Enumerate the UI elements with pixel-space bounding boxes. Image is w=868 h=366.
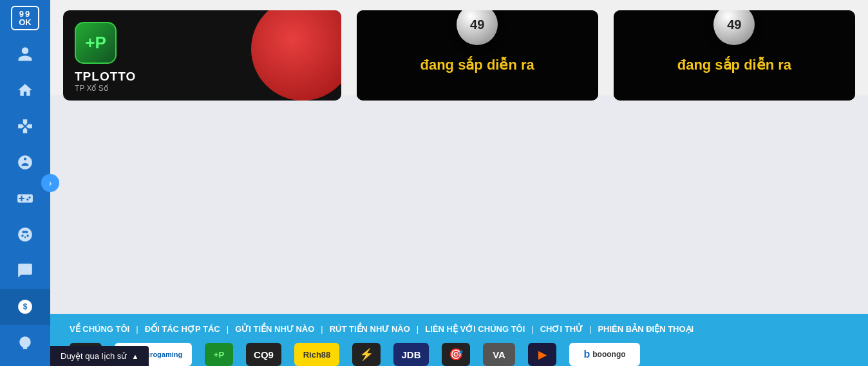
- svg-text:$: $: [23, 302, 28, 311]
- sidebar-item-user[interactable]: [0, 36, 50, 72]
- brand-rich88[interactable]: Rich88: [294, 343, 339, 366]
- tplotto-title: TPLOTTO: [75, 70, 136, 84]
- footer: VỀ CHÚNG TÔI | ĐỐI TÁC HỢP TÁC | GỬI TIỀ…: [50, 314, 868, 366]
- history-toast-label: Duyệt qua lịch sử: [61, 351, 126, 361]
- tplotto-subtitle: TP Xổ Số: [75, 84, 136, 93]
- footer-link-about[interactable]: VỀ CHÚNG TÔI: [70, 324, 129, 334]
- brand-play[interactable]: ▶: [528, 343, 556, 366]
- brand-plusp[interactable]: +P: [205, 343, 233, 366]
- brand-va[interactable]: VA: [483, 343, 515, 366]
- footer-link-deposit[interactable]: GỬI TIỀN NHƯ NÀO: [235, 324, 314, 334]
- brand-cq9[interactable]: CQ9: [246, 343, 281, 366]
- footer-link-partners[interactable]: ĐỐI TÁC HỢP TÁC: [145, 324, 220, 334]
- sidebar-item-soccer[interactable]: [0, 217, 50, 253]
- sidebar-item-home[interactable]: [0, 72, 50, 108]
- sidebar-item-games[interactable]: [0, 108, 50, 144]
- sidebar-item-coin[interactable]: $: [0, 289, 50, 325]
- footer-link-mobile[interactable]: PHIÊN BẢN ĐIỆN THOẠI: [598, 324, 693, 334]
- cards-wrapper: +P TPLOTTO TP Xổ Số 49 đang sắp diễn ra: [50, 0, 868, 314]
- sidebar: 99 OK $ ›: [0, 0, 50, 366]
- coming-soon-text-1: đang sắp diễn ra: [420, 57, 534, 73]
- logo[interactable]: 99 OK: [0, 0, 50, 36]
- coming-soon-card-2[interactable]: 49 đang sắp diễn ra: [614, 10, 855, 101]
- footer-link-play-trial[interactable]: CHƠI THỬ: [540, 324, 583, 334]
- tplotto-card[interactable]: +P TPLOTTO TP Xổ Số: [63, 10, 341, 101]
- sidebar-item-cards[interactable]: [0, 253, 50, 289]
- brand-booongo[interactable]: b booongo: [569, 343, 640, 366]
- main-content: +P TPLOTTO TP Xổ Số 49 đang sắp diễn ra: [50, 0, 868, 366]
- ball-number-2: 49: [727, 17, 741, 32]
- ball-number-1: 49: [470, 17, 484, 32]
- brand-target[interactable]: 🎯: [442, 343, 470, 366]
- sidebar-item-cock[interactable]: [0, 325, 50, 361]
- footer-links: VỀ CHÚNG TÔI | ĐỐI TÁC HỢP TÁC | GỬI TIỀ…: [70, 324, 849, 334]
- history-toast-arrow: ▲: [131, 352, 138, 360]
- empty-space: [50, 95, 868, 314]
- history-toast[interactable]: Duyệt qua lịch sử ▲: [50, 346, 149, 366]
- footer-link-contact[interactable]: LIÊN HỆ VỚI CHÚNG TÔI: [425, 324, 525, 334]
- logo-box: 99 OK: [11, 6, 39, 30]
- brand-thunder[interactable]: ⚡: [352, 343, 381, 366]
- footer-link-withdraw[interactable]: RÚT TIỀN NHƯ NÀO: [330, 324, 410, 334]
- coming-soon-card-1[interactable]: 49 đang sắp diễn ra: [357, 10, 598, 101]
- sidebar-item-fish[interactable]: [0, 144, 50, 180]
- footer-logos: JL Microgaming +P CQ9 Rich88 ⚡ JDB 🎯 VA …: [70, 343, 849, 366]
- cards-row: +P TPLOTTO TP Xổ Số 49 đang sắp diễn ra: [50, 0, 868, 95]
- brand-jdb[interactable]: JDB: [393, 343, 429, 366]
- sidebar-toggle-button[interactable]: ›: [41, 174, 59, 192]
- coming-soon-text-2: đang sắp diễn ra: [677, 57, 791, 73]
